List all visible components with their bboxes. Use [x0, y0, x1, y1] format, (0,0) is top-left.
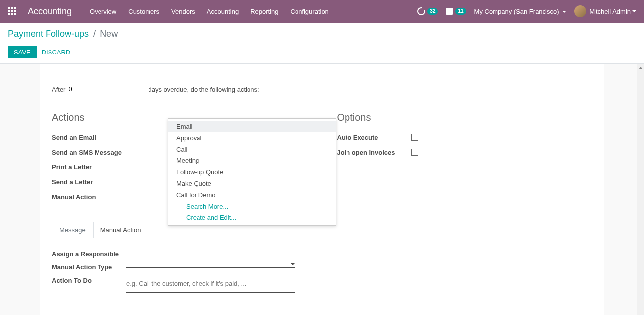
dropdown-item-approval[interactable]: Approval: [168, 132, 336, 144]
send-email-label: Send an Email: [52, 134, 126, 141]
menu-configuration[interactable]: Configuration: [291, 8, 329, 15]
save-button[interactable]: Save: [8, 46, 37, 58]
auto-execute-label: Auto Execute: [337, 134, 411, 141]
chevron-down-icon: [632, 10, 636, 12]
apps-icon[interactable]: [8, 7, 16, 15]
tab-manual-action[interactable]: Manual Action: [93, 222, 149, 238]
manual-action-tab-body: Assign a Responsible Manual Action Type …: [52, 238, 592, 293]
dropdown-item-make-quote[interactable]: Make Quote: [168, 178, 336, 189]
send-letter-label: Send a Letter: [52, 178, 126, 186]
after-suffix: days overdue, do the following actions:: [148, 86, 259, 93]
join-invoices-checkbox[interactable]: [411, 149, 418, 156]
dropdown-search-more[interactable]: Search More...: [168, 201, 336, 212]
control-panel: Payment Follow-ups / New Save Discard: [0, 23, 644, 64]
clock-icon: [417, 7, 425, 15]
form-sheet: After days overdue, do the following act…: [40, 64, 604, 315]
avatar: [574, 5, 586, 17]
delay-row: After days overdue, do the following act…: [52, 84, 592, 94]
menu-overview[interactable]: Overview: [90, 8, 116, 15]
scroll-up-icon[interactable]: [637, 64, 644, 72]
name-input-underline[interactable]: [52, 64, 369, 78]
options-column: Options Auto Execute Join open Invoices: [337, 112, 593, 206]
chevron-down-icon: [291, 263, 295, 265]
nav-right: 32 11 My Company (San Francisco) Mitchel…: [417, 5, 636, 17]
menu-reporting[interactable]: Reporting: [250, 8, 278, 15]
messaging-indicator[interactable]: 11: [446, 8, 466, 15]
options-heading: Options: [337, 112, 593, 123]
dropdown-item-call-demo[interactable]: Call for Demo: [168, 189, 336, 201]
dropdown-item-call[interactable]: Call: [168, 144, 336, 155]
activity-badge: 32: [427, 8, 438, 15]
company-switcher[interactable]: My Company (San Francisco): [474, 8, 567, 15]
days-input[interactable]: [68, 84, 145, 94]
menu-vendors[interactable]: Vendors: [171, 8, 195, 15]
activity-indicator[interactable]: 32: [417, 7, 438, 15]
discard-button[interactable]: Discard: [42, 49, 71, 56]
breadcrumb: Payment Follow-ups / New: [8, 29, 636, 39]
after-label: After: [52, 86, 65, 93]
tab-message[interactable]: Message: [52, 222, 93, 238]
print-letter-label: Print a Letter: [52, 163, 126, 171]
row-assign-responsible: Assign a Responsible: [52, 248, 592, 258]
auto-execute-checkbox[interactable]: [411, 134, 418, 141]
breadcrumb-separator: /: [93, 29, 96, 39]
dropdown-item-followup-quote[interactable]: Follow-up Quote: [168, 166, 336, 178]
breadcrumb-parent[interactable]: Payment Follow-ups: [8, 29, 89, 39]
row-manual-action-type: Manual Action Type: [52, 262, 592, 271]
action-to-do-label: Action To Do: [52, 275, 126, 284]
field-join-invoices: Join open Invoices: [337, 146, 593, 158]
action-buttons: Save Discard: [8, 46, 636, 58]
user-name: Mitchell Admin: [589, 8, 631, 15]
action-to-do-input[interactable]: [126, 275, 295, 293]
assign-responsible-label: Assign a Responsible: [52, 248, 126, 258]
dropdown-item-meeting[interactable]: Meeting: [168, 155, 336, 166]
user-menu[interactable]: Mitchell Admin: [574, 5, 636, 17]
manual-action-label: Manual Action: [52, 193, 126, 201]
manual-action-type-label: Manual Action Type: [52, 262, 126, 271]
menu-customers[interactable]: Customers: [128, 8, 159, 15]
content-area: After days overdue, do the following act…: [0, 64, 644, 315]
app-brand[interactable]: Accounting: [28, 6, 72, 17]
chat-icon: [446, 8, 453, 15]
manual-action-type-select[interactable]: [126, 262, 295, 268]
dropdown-item-email[interactable]: Email: [168, 121, 336, 132]
dropdown-create-edit[interactable]: Create and Edit...: [168, 212, 336, 223]
menu-accounting[interactable]: Accounting: [207, 8, 239, 15]
main-menu: Overview Customers Vendors Accounting Re…: [90, 8, 417, 15]
send-sms-label: Send an SMS Message: [52, 149, 126, 156]
breadcrumb-current: New: [100, 29, 118, 39]
join-invoices-label: Join open Invoices: [337, 149, 411, 156]
chevron-down-icon: [562, 11, 566, 13]
company-name: My Company (San Francisco): [474, 8, 559, 15]
top-navbar: Accounting Overview Customers Vendors Ac…: [0, 0, 644, 23]
chat-badge: 11: [455, 8, 466, 15]
autocomplete-dropdown: Email Approval Call Meeting Follow-up Qu…: [168, 118, 336, 226]
field-auto-execute: Auto Execute: [337, 131, 593, 143]
row-action-to-do: Action To Do: [52, 275, 592, 293]
scrollbar[interactable]: [637, 64, 644, 315]
